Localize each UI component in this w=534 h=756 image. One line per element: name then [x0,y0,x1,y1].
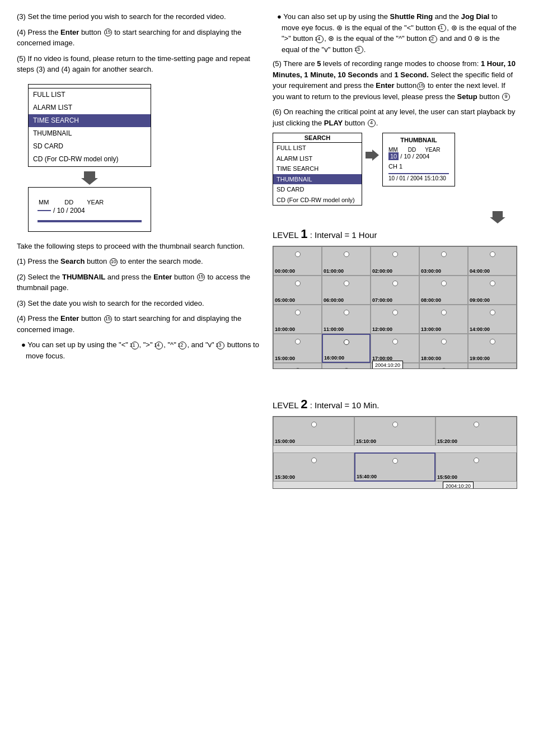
level1-grid[interactable]: 00:00:00 01:00:00 02:00:00 03:00:00 04:0… [273,246,517,369]
small-search-title: SEARCH [273,133,362,143]
search-thumb-row: SEARCH FULL LIST ALARM LIST TIME SEARCH … [273,133,517,206]
timestamp-bar-left [38,220,142,222]
play-icon-r: 4 [368,119,376,127]
thumb-cell-20[interactable]: 20:00:00 [273,363,322,369]
sm-full-list[interactable]: FULL LIST [273,143,362,153]
r-btn-dn: 13 [355,46,363,54]
step-4-thumb: (4) Press the Enter button 15 to start s… [17,313,261,335]
sm-thumbnail[interactable]: THUMBNAIL [273,174,362,185]
right-column: You can also set up by using the Shuttle… [273,11,517,496]
thumb-cell-4[interactable]: 04:00:00 [468,246,517,276]
thumb-cell-24 [468,363,517,369]
bullet-nav: You can set up by using the "<" 11, ">" … [17,339,261,361]
thumb-cell-9[interactable]: 09:00:00 [468,276,517,305]
left-column: (3) Set the time period you wish to sear… [17,11,261,496]
svg-marker-0 [81,171,98,185]
l2-cell-5[interactable]: 15:50:00 [435,452,517,482]
btn-up-icon: 12 [179,342,186,349]
thumb-cell-8[interactable]: 08:00:00 [419,276,468,305]
thumb-cell-6[interactable]: 06:00:00 [322,276,371,305]
level2-info: 2004:10:20LEVEL : 210 MIN [443,482,474,489]
thumb-cell-16[interactable]: 16:00:00 2004:10:20LEVEL : 11 HR. [322,334,371,363]
step-3: (3) Set the time period you wish to sear… [17,11,261,22]
search-menu-title [29,85,151,88]
thumb-cell-21[interactable]: 21:00:00 [322,363,371,369]
sm-sd-card[interactable]: SD CARD [273,184,362,195]
sm-ch-label: CH 1 [388,163,449,170]
thumb-cell-2[interactable]: 02:00:00 [371,246,419,276]
step-3-thumb: (3) Set the date you wish to search for … [17,298,261,309]
thumb-cell-14[interactable]: 14:00:00 [468,305,517,334]
level1-info: 2004:10:20LEVEL : 11 HR. [372,361,403,369]
sm-cd[interactable]: CD (For CD-RW model only) [273,195,362,206]
thumb-cell-15[interactable]: 15:00:00 [273,334,322,363]
btn-lt-icon: 11 [131,342,139,349]
search-btn-icon: 10 [110,258,118,266]
menu-time-search[interactable]: TIME SEARCH [29,114,151,127]
step-5-right: (5) There are 5 levels of recording rang… [273,58,517,102]
r-btn-up: 12 [429,35,437,43]
thumb-cell-11[interactable]: 11:00:00 [322,305,371,334]
thumb-cell-13[interactable]: 13:00:00 [419,305,468,334]
enter-icon-r: 15 [417,82,425,90]
svg-marker-2 [490,211,505,223]
sm-month-field[interactable]: 10 [388,152,399,160]
thumbnail-panel-left: MM DD YEAR / 10 / 2004 [28,187,151,232]
small-search-menu: SEARCH FULL LIST ALARM LIST TIME SEARCH … [273,133,362,206]
date-row: / 10 / 2004 [38,207,142,214]
thumb-cell-0[interactable]: 00:00:00 [273,246,322,276]
l2-cell-2[interactable]: 15:20:00 [435,417,517,446]
thumb-cell-12[interactable]: 12:00:00 [371,305,419,334]
date-labels: MM DD YEAR [38,199,142,206]
enter-btn-icon3: 15 [104,315,112,323]
setup-icon-r: 9 [502,93,510,101]
level2-heading: LEVEL 2 : Interval = 10 Min. [273,397,517,412]
btn-down-icon: 13 [217,342,224,349]
thumb-cell-3[interactable]: 03:00:00 [419,246,468,276]
thumb-cell-18[interactable]: 18:00:00 [419,334,468,363]
level1-num: 1 [301,227,307,241]
arrow-down-left [28,171,151,185]
menu-thumbnail[interactable]: THUMBNAIL [29,127,151,140]
menu-full-list[interactable]: FULL LIST [29,88,151,101]
sm-thumb-title: THUMBNAIL [388,137,449,143]
sm-timestamp-bar [388,173,449,174]
bullet-shuttle: You can also set up by using the Shuttle… [273,11,517,55]
thumb-cell-7[interactable]: 07:00:00 [371,276,419,305]
month-field[interactable] [38,210,51,211]
thumb-cell-19[interactable]: 19:00:00 [468,334,517,363]
l2-cell-1[interactable]: 15:10:00 [354,417,435,446]
sm-time-search[interactable]: TIME SEARCH [273,164,362,174]
sm-timestamp: 10 / 01 / 2004 15:10:30 [388,175,449,181]
sm-alarm-list[interactable]: ALARM LIST [273,153,362,164]
intro-text: Take the following steps to proceed with… [17,241,261,252]
arrow-down-right [273,211,517,223]
r-btn-lt: 11 [438,24,446,32]
menu-sd-card[interactable]: SD CARD [29,140,151,153]
menu-alarm-list[interactable]: ALARM LIST [29,101,151,114]
thumb-cell-23[interactable]: 23:00:00 [419,363,468,369]
l2-cell-4[interactable]: 15:40:00 2004:10:20LEVEL : 210 MIN [354,452,435,482]
level2-grid[interactable]: 15:00:00 15:10:00 15:20:00 15:30:00 15:4… [273,416,517,489]
sm-date-row: 10 / 10 / 2004 [388,153,449,160]
thumb-cell-17[interactable]: 17:00:00 [371,334,419,363]
step-2-thumb: (2) Select the THUMBNAIL and press the E… [17,272,261,293]
enter-btn-icon: 15 [104,29,112,36]
search-menu-left: FULL LIST ALARM LIST TIME SEARCH THUMBNA… [28,84,151,167]
level2-num: 2 [301,397,307,411]
enter-btn-icon2: 15 [197,273,205,281]
step-1-thumb: (1) Press the Search button 10 to enter … [17,256,261,267]
l2-cell-0[interactable]: 15:00:00 [273,417,354,446]
svg-marker-1 [366,150,379,161]
level1-heading: LEVEL 1 : Interval = 1 Hour [273,227,517,241]
thumb-cell-10[interactable]: 10:00:00 [273,305,322,334]
btn-gt-icon: 14 [155,342,163,349]
l2-cell-3[interactable]: 15:30:00 [273,452,354,482]
menu-cd[interactable]: CD (For CD-RW model only) [29,153,151,166]
small-thumb-panel: THUMBNAIL MM DD YEAR 10 / 10 / 2004 CH 1… [382,133,455,186]
step-6-right: (6) On reaching the critical point at an… [273,106,517,128]
step-5: (5) If no video is found, please return … [17,53,261,75]
step-4: (4) Press the Enter button 15 to start s… [17,27,261,49]
thumb-cell-5[interactable]: 05:00:00 [273,276,322,305]
thumb-cell-1[interactable]: 01:00:00 [322,246,371,276]
